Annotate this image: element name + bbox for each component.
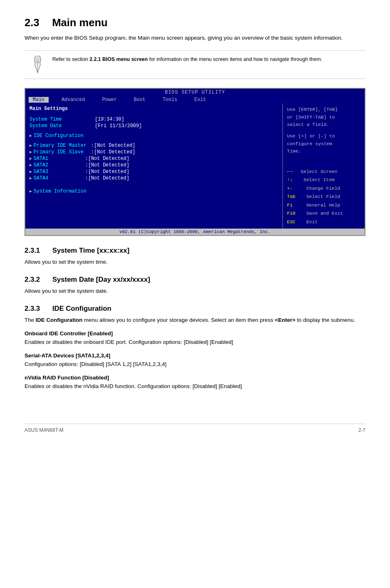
bios-key-ud: ↑↓ [287,176,293,184]
subheading-onboard-ide: Onboard IDE Controller [Enabled] [25,330,365,337]
bios-help-line4: Use [+] or [-] to [287,132,361,140]
sub-heading-232: 2.3.2 System Date [Day xx/xx/xxxx] [25,276,365,284]
note-text: Refer to section 2.2.1 BIOS menu screen … [52,56,322,63]
bios-item-sata2[interactable]: ► SATA2 :[Not Detected] [29,162,278,168]
bios-item-sata3[interactable]: ► SATA3 :[Not Detected] [29,169,278,175]
note-box: Refer to section 2.2.1 BIOS menu screen … [25,50,365,79]
bios-menu-power[interactable]: Power [89,97,121,103]
bios-key-esc-label: ESC [287,218,296,226]
subsection-232: 2.3.2 System Date [Day xx/xx/xxxx] Allow… [25,276,365,296]
bios-key-ud-desc: Select Item [295,176,335,184]
section-number: 2.3 [25,16,39,29]
sub-heading-231: 2.3.1 System Time [xx:xx:xx] [25,247,365,255]
bios-primary-master-value: :[Not Detected] [88,143,135,148]
bios-key-f1: F1 General Help [287,201,361,209]
bios-key-f1-label: F1 [287,201,293,209]
onboard-ide-body: Enables or disables the onboard IDE port… [25,338,365,347]
bios-item-system-info[interactable]: ► System Information [29,189,278,194]
bios-footer: v02.61 (C)Copyright 1985-2009, American … [25,229,365,235]
sub-num-233: 2.3.3 [25,305,45,313]
feather-icon [30,56,45,74]
bios-system-info-label: System Information [34,189,87,194]
sub-heading-233: 2.3.3 IDE Configuration [25,305,365,313]
arrow-icon-4: ► [29,157,32,161]
bios-item-primary-master[interactable]: ► Primary IDE Master :[Not Detected] [29,143,278,148]
onboard-ide-title: Onboard IDE Controller [Enabled] [25,330,113,337]
bios-sidebar-keys: ←→ Select Screen ↑↓ Select Item +- Chang… [287,168,361,226]
ide-config-bold: IDE Configuration [36,317,83,323]
bios-key-tab: Tab Select Field [287,193,361,201]
arrow-icon: ► [29,134,32,138]
bios-sata1-value: :[Not Detected] [50,156,129,162]
bios-menu-tools[interactable]: Tools [150,97,182,103]
bios-item-primary-slave[interactable]: ► Primary IDE Slave :[Not Detected] [29,149,278,155]
subheading-serial-ata: Serial-ATA Devices [SATA1,2,3,4] [25,352,365,359]
bios-menu-advanced[interactable]: Advanced [49,97,89,103]
bios-menu-main[interactable]: Main [29,97,49,103]
subsection-233: 2.3.3 IDE Configuration The IDE Configur… [25,305,365,391]
footer-page: 2-7 [359,427,365,433]
bios-screen: BIOS SETUP UTILITY Main Advanced Power B… [25,88,365,236]
arrow-icon-6: ► [29,170,32,174]
sub-title-233: IDE Configuration [52,305,111,313]
serial-ata-title: Serial-ATA Devices [SATA1,2,3,4] [25,352,110,359]
bios-menu-boot[interactable]: Boot [121,97,150,103]
bios-key-tab-label: Tab [287,193,296,201]
bios-primary-slave-label: Primary IDE Slave [34,149,83,155]
subsection-231: 2.3.1 System Time [xx:xx:xx] Allows you … [25,247,365,267]
bios-system-date-value: [Fri 11/13/2009] [95,123,142,129]
bios-sata3-label: SATA3 [34,169,48,175]
subheading-nvidia-raid: nVidia RAID Function [Disabled] [25,375,365,381]
bios-key-pm-desc: Change Field [295,184,340,193]
bios-system-time-label: System Time [29,117,95,122]
arrow-icon-8: ► [29,189,32,194]
bios-key-updown: ↑↓ Select Item [287,176,361,184]
bios-help-line5: configure system [287,140,361,148]
sub-title-231: System Time [xx:xx:xx] [52,247,130,255]
bios-help-line2: or [SHIFT-TAB] to [287,114,361,121]
nvidia-raid-title: nVidia RAID Function [Disabled] [25,375,109,381]
bios-title-bar: BIOS SETUP UTILITY [25,89,365,96]
bios-item-sata4[interactable]: ► SATA4 :[Not Detected] [29,175,278,181]
bios-sidebar: Use [ENTER], [TAB] or [SHIFT-TAB] to sel… [283,103,365,229]
sub-num-232: 2.3.2 [25,276,45,284]
bios-system-date-row: System Date [Fri 11/13/2009] [29,123,278,129]
note-text-bold: 2.2.1 BIOS menu screen [90,56,148,62]
note-icon [29,56,47,74]
bios-key-f10-label: F10 [287,209,296,218]
bios-item-ide-config[interactable]: ► IDE Configuration [29,133,278,139]
sub-body-232: Allows you to set the system date. [25,287,365,296]
bios-key-lr: ←→ [287,168,293,176]
bios-sata1-label: SATA1 [34,156,48,162]
bios-key-arrows: ←→ Select Screen [287,168,361,176]
enter-bold: <Enter> [275,317,295,323]
bios-help-line6: Time. [287,148,361,155]
note-text-after: for information on the menu screen items… [148,56,322,62]
bios-key-pm: +- [287,184,293,193]
bios-key-f10: F10 Save and Exit [287,209,361,218]
bios-primary-slave-value: :[Not Detected] [85,149,135,155]
bios-menu-exit[interactable]: Exit [182,97,210,103]
bios-key-esc: ESC Exit [287,218,361,226]
bios-system-time-value: [19:34:30] [95,117,124,122]
bios-item-sata1[interactable]: ► SATA1 :[Not Detected] [29,156,278,162]
arrow-icon-2: ► [29,144,32,148]
sub-title-232: System Date [Day xx/xx/xxxx] [52,276,150,284]
bios-system-date-label: System Date [29,123,95,129]
sub-body-231: Allows you to set the system time. [25,258,365,267]
intro-text: When you enter the BIOS Setup program, t… [25,34,365,42]
page-footer: ASUS M4N68T-M 2-7 [25,424,365,433]
note-text-before: Refer to section [52,56,90,62]
bios-help-line1: Use [ENTER], [TAB] [287,106,361,113]
bios-key-lr-desc: Select Screen [295,168,338,176]
nvidia-raid-body: Enables or disables the nVidia RAID func… [25,382,365,391]
bios-sata4-value: :[Not Detected] [50,175,129,181]
bios-content: Main Settings System Time [19:34:30] Sys… [25,103,365,229]
bios-key-esc-desc: Exit [298,218,318,226]
section-title: Main menu [52,16,108,29]
bios-sata3-value: :[Not Detected] [50,169,129,175]
section-heading: 2.3 Main menu [25,16,365,29]
arrow-icon-5: ► [29,163,32,168]
sub-body-233: The IDE Configuration menu allows you to… [25,316,365,325]
bios-key-f1-desc: General Help [295,201,340,209]
